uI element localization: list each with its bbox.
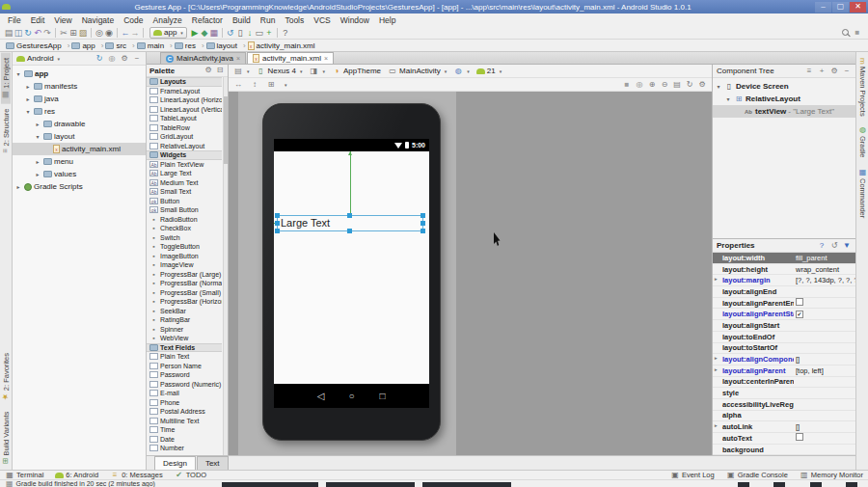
menu-navigate[interactable]: Navigate <box>77 15 120 25</box>
property-row-layout-margin[interactable]: ▸layout:margin[?, ?, 143dp, ?, ?, ?] <box>713 275 855 286</box>
property-row-background[interactable]: background <box>713 445 855 455</box>
breadcrumb-item-layout[interactable]: layout <box>206 41 246 50</box>
nav-home-icon[interactable]: ○ <box>347 384 357 408</box>
palette-item-imageview[interactable]: ▪ImageView <box>147 260 222 270</box>
undo-icon[interactable]: ↶ <box>33 27 42 39</box>
property-row-layout-alignparent[interactable]: ▸layout:alignParent[top, left] <box>713 365 855 377</box>
palette-item-postal-address[interactable]: Postal Address <box>147 407 222 417</box>
help-icon[interactable]: ? <box>281 27 290 39</box>
palette-item-relativelayout[interactable]: RelativeLayout <box>147 142 222 151</box>
palette-item-large-text[interactable]: AbLarge Text <box>147 169 222 178</box>
menu-vcs[interactable]: VCS <box>309 15 335 25</box>
project-tree-item-values[interactable]: ▸values <box>13 168 146 180</box>
api-level-selector[interactable]: 21▾ <box>476 67 502 75</box>
run-config-selector[interactable]: app▾ <box>149 27 187 39</box>
palette-item-switch[interactable]: ▪Switch <box>147 233 222 243</box>
project-tree-item-res[interactable]: ▾res <box>13 105 146 118</box>
property-row-autotext[interactable]: autoText <box>713 433 855 445</box>
menu-window[interactable]: Window <box>336 15 374 25</box>
property-row-layout-alignend[interactable]: layout:alignEnd <box>713 286 855 298</box>
property-value[interactable]: [] <box>794 422 855 431</box>
run-icon[interactable]: ▶ <box>190 27 200 39</box>
cut-icon[interactable]: ✂ <box>59 27 68 39</box>
tool-window-button-1-project[interactable]: ▦1: Project <box>1 53 11 104</box>
palette-item-small-button[interactable]: okSmall Button <box>147 205 222 215</box>
property-value[interactable] <box>794 433 855 443</box>
menu-tools[interactable]: Tools <box>280 15 309 25</box>
settings-icon[interactable]: ⚙ <box>203 66 213 75</box>
preview-box-icon[interactable]: ■ <box>622 80 632 90</box>
breadcrumb-item-res[interactable]: res <box>175 41 204 50</box>
project-tree-item-java[interactable]: ▸java <box>13 93 146 105</box>
redo-icon[interactable]: ↷ <box>42 27 52 39</box>
palette-section-layouts[interactable]: Layouts <box>147 77 222 87</box>
palette-scrollbar[interactable] <box>223 77 228 455</box>
property-row-alpha[interactable]: alpha <box>713 411 855 422</box>
maximize-button[interactable]: ▢ <box>832 2 849 13</box>
target-icon[interactable]: ◎ <box>107 54 117 64</box>
palette-item-multiline-text[interactable]: Multiline Text <box>147 417 222 426</box>
menu-help[interactable]: Help <box>374 15 400 25</box>
settings-icon[interactable]: ⚙ <box>829 67 839 76</box>
sdk-icon[interactable]: ↓ <box>245 27 255 39</box>
hide-icon[interactable]: − <box>842 67 852 76</box>
property-value[interactable]: fill_parent <box>794 254 855 262</box>
close-tab-icon[interactable]: × <box>324 55 328 62</box>
palette-item-plain-text[interactable]: Plain Text <box>147 352 222 362</box>
monitor-icon[interactable]: ▭ <box>255 27 264 39</box>
avd-icon[interactable]: ▯ <box>235 27 245 39</box>
bottom-bar-6-android[interactable]: 6: Android <box>55 471 98 479</box>
sync-icon[interactable]: ↻ <box>23 27 33 39</box>
palette-item-ratingbar[interactable]: ▪RatingBar <box>147 315 222 325</box>
coverage-icon[interactable]: ▦ <box>209 27 219 39</box>
project-scope-selector[interactable]: Android <box>27 54 54 63</box>
sync-icon[interactable]: ↻ <box>95 54 104 64</box>
property-row-accessibilityliveregion[interactable]: accessibilityLiveRegion <box>713 399 855 411</box>
bottom-bar-todo[interactable]: ✔TODO <box>175 471 207 480</box>
expand-arrow-icon[interactable]: ▸ <box>715 422 718 428</box>
help-blue-icon[interactable]: ? <box>817 241 827 251</box>
palette-item-togglebutton[interactable]: ▪ToggleButton <box>147 242 222 252</box>
menu-build[interactable]: Build <box>228 15 256 25</box>
component-tree-item-device-screen[interactable]: ▾▯Device Screen <box>713 80 855 93</box>
palette-item-progressbar-normal[interactable]: ▪ProgressBar (Normal) <box>147 279 222 288</box>
property-value[interactable]: wrap_content <box>794 265 855 274</box>
breadcrumb-item-src[interactable]: src <box>105 41 134 50</box>
bottom-bar-0-messages[interactable]: ≡0: Messages <box>110 471 163 480</box>
palette-item-imagebutton[interactable]: ▪ImageButton <box>147 252 222 261</box>
tool-window-button-gradle[interactable]: ◍Gradle <box>857 121 867 163</box>
expand-vertical-icon[interactable]: ↕ <box>250 80 259 90</box>
tool-window-button-build-variants[interactable]: ⊞Build Variants <box>1 407 11 469</box>
property-row-autolink[interactable]: ▸autoLink[] <box>713 421 855 433</box>
palette-item-button[interactable]: okButton <box>147 197 222 206</box>
settings-icon[interactable]: ⚙ <box>697 80 707 90</box>
property-row-layout-centerinparent[interactable]: layout:centerInParent <box>713 377 855 389</box>
zoom-fit-icon[interactable]: ◎ <box>635 80 644 90</box>
palette-item-radiobutton[interactable]: ▪RadioButton <box>147 215 222 225</box>
menu-view[interactable]: View <box>49 15 76 25</box>
device-selector[interactable]: ▯Nexus 4▾ <box>257 67 303 76</box>
nav-recents-icon[interactable]: □ <box>378 384 388 408</box>
palette-item-tablelayout[interactable]: TableLayout <box>147 114 222 123</box>
palette-item-progressbar-small[interactable]: ▪ProgressBar (Small) <box>147 288 222 298</box>
layout-content[interactable]: Large Text <box>274 151 429 384</box>
project-tree-item-app[interactable]: ▾app <box>13 68 146 80</box>
locale-selector[interactable]: ◍▾ <box>453 67 470 76</box>
selection-handle[interactable] <box>347 229 352 233</box>
breadcrumb-item-activity-main-xml[interactable]: xactivity_main.xml <box>248 41 321 50</box>
palette-item-phone[interactable]: Phone <box>147 398 222 408</box>
nav-back-icon[interactable]: ◁ <box>316 384 326 408</box>
menu-file[interactable]: File <box>3 15 26 25</box>
forward-icon[interactable]: → <box>130 27 140 39</box>
minimize-button[interactable]: – <box>815 2 831 13</box>
tool-window-button-commander[interactable]: ▦Commander <box>857 163 867 223</box>
project-tree-item-gradle-scripts[interactable]: ▸Gradle Scripts <box>13 180 146 193</box>
palette-item-time[interactable]: Time <box>147 425 222 435</box>
property-value[interactable]: [] <box>794 355 855 364</box>
tool-window-button-2-favorites[interactable]: ★2: Favorites <box>1 348 11 406</box>
settings-icon[interactable]: ⚙ <box>120 54 129 64</box>
palette-item-password[interactable]: Password <box>147 370 222 380</box>
property-row-layout-alignparentend[interactable]: layout:alignParentEnd <box>713 298 855 310</box>
bottom-bar-memory-monitor[interactable]: ▥Memory Monitor <box>800 471 863 480</box>
component-tree-item-textview[interactable]: AbtextView - "Large Text" <box>713 105 855 118</box>
